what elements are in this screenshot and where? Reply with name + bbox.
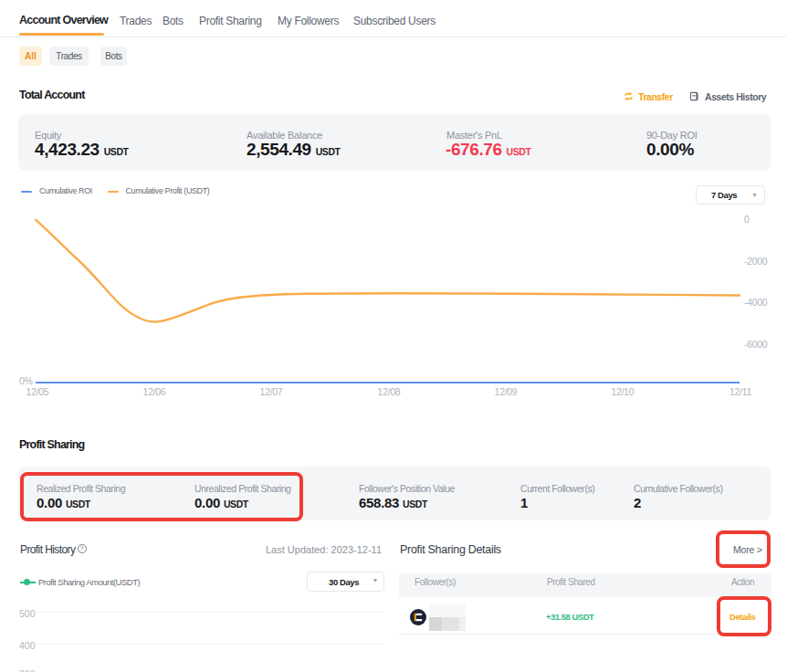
svg-text:12/10: 12/10 [612, 386, 635, 397]
svg-text:-2000: -2000 [744, 256, 768, 267]
svg-text:0%: 0% [19, 375, 33, 386]
svg-text:12/06: 12/06 [143, 386, 166, 397]
svg-text:-6000: -6000 [744, 339, 768, 350]
svg-text:12/08: 12/08 [378, 386, 401, 397]
svg-text:-4000: -4000 [744, 297, 768, 308]
svg-text:12/07: 12/07 [260, 386, 283, 397]
svg-text:12/09: 12/09 [495, 386, 518, 397]
svg-text:0: 0 [744, 214, 750, 225]
svg-text:12/11: 12/11 [729, 386, 751, 397]
svg-text:12/05: 12/05 [26, 386, 49, 397]
